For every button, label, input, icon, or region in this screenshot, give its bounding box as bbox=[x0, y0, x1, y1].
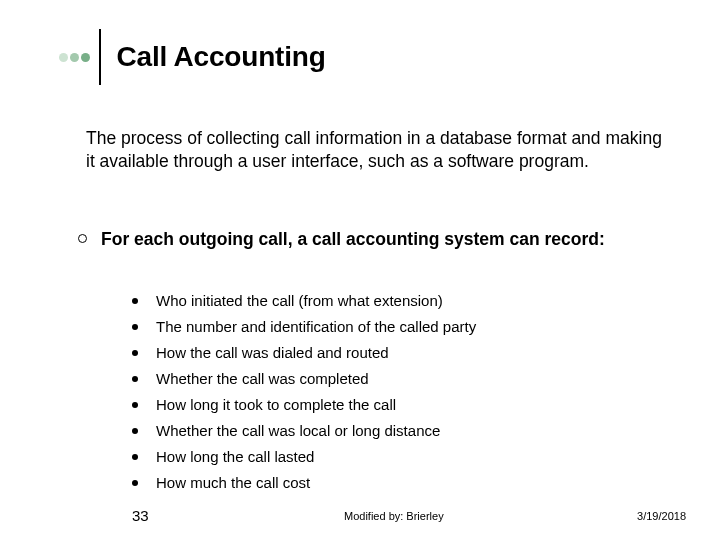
filled-circle-bullet-icon bbox=[132, 350, 138, 356]
footer-date: 3/19/2018 bbox=[637, 510, 686, 522]
dot-icon bbox=[59, 53, 68, 62]
list-item: How long the call lasted bbox=[132, 446, 476, 467]
list-item: Whether the call was completed bbox=[132, 368, 476, 389]
dot-icon bbox=[70, 53, 79, 62]
modified-by-label: Modified by: Brierley bbox=[344, 510, 444, 522]
filled-circle-bullet-icon bbox=[132, 428, 138, 434]
vertical-rule bbox=[99, 29, 101, 85]
list-item: Who initiated the call (from what extens… bbox=[132, 290, 476, 311]
list-item-text: Whether the call was local or long dista… bbox=[156, 420, 440, 441]
filled-circle-bullet-icon bbox=[132, 324, 138, 330]
list-item-text: How much the call cost bbox=[156, 472, 310, 493]
filled-circle-bullet-icon bbox=[132, 376, 138, 382]
dot-icon bbox=[81, 53, 90, 62]
filled-circle-bullet-icon bbox=[132, 402, 138, 408]
list-item: How much the call cost bbox=[132, 472, 476, 493]
list-item: How long it took to complete the call bbox=[132, 394, 476, 415]
filled-circle-bullet-icon bbox=[132, 298, 138, 304]
slide-title: Call Accounting bbox=[117, 41, 326, 73]
decorative-dots bbox=[59, 53, 90, 62]
list-item: The number and identification of the cal… bbox=[132, 316, 476, 337]
list-item-text: How long it took to complete the call bbox=[156, 394, 396, 415]
list-item-text: How long the call lasted bbox=[156, 446, 314, 467]
intro-paragraph: The process of collecting call informati… bbox=[86, 127, 665, 173]
list-item: How the call was dialed and routed bbox=[132, 342, 476, 363]
list-item-text: How the call was dialed and routed bbox=[156, 342, 389, 363]
open-circle-bullet-icon bbox=[78, 234, 87, 243]
list-item-text: Whether the call was completed bbox=[156, 368, 369, 389]
section-heading-row: For each outgoing call, a call accountin… bbox=[78, 228, 665, 251]
filled-circle-bullet-icon bbox=[132, 454, 138, 460]
title-header: Call Accounting bbox=[0, 29, 720, 85]
section-heading: For each outgoing call, a call accountin… bbox=[101, 228, 605, 251]
list-item-text: Who initiated the call (from what extens… bbox=[156, 290, 443, 311]
list-item: Whether the call was local or long dista… bbox=[132, 420, 476, 441]
slide-number: 33 bbox=[132, 507, 149, 524]
sub-bullet-list: Who initiated the call (from what extens… bbox=[132, 290, 476, 498]
list-item-text: The number and identification of the cal… bbox=[156, 316, 476, 337]
filled-circle-bullet-icon bbox=[132, 480, 138, 486]
